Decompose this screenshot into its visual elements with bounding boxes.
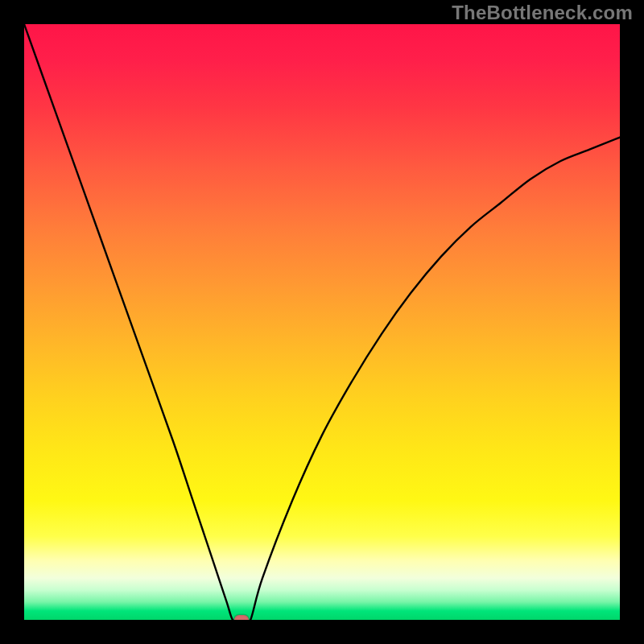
watermark-text: TheBottleneck.com bbox=[452, 2, 633, 24]
bottleneck-curve bbox=[24, 24, 620, 620]
optimal-point-marker bbox=[234, 615, 249, 620]
chart-frame: TheBottleneck.com bbox=[0, 0, 644, 644]
plot-area bbox=[24, 24, 620, 620]
